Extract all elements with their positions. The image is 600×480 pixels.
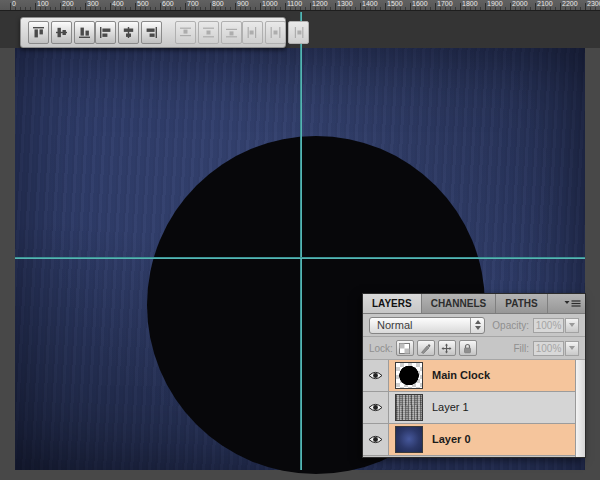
eye-icon — [368, 371, 383, 380]
horizontal-ruler[interactable]: 0100200300400500600700800900100011001200… — [0, 0, 600, 11]
layer-thumbnail[interactable] — [395, 426, 423, 453]
ruler-label: 100 — [35, 0, 49, 8]
distribute-top-edges-button[interactable] — [175, 21, 196, 44]
lock-transparency-button[interactable] — [396, 340, 414, 356]
ruler-label: 300 — [85, 0, 99, 8]
blend-mode-stepper[interactable] — [470, 318, 484, 333]
distribute-horizontal-centers-icon — [269, 26, 282, 39]
visibility-toggle[interactable] — [363, 424, 389, 455]
align-bottom-edges-button[interactable] — [74, 21, 95, 44]
tab-channels[interactable]: CHANNELS — [422, 294, 497, 313]
ruler-label: 900 — [235, 0, 249, 8]
ruler-label: 1900 — [485, 0, 503, 8]
fill-dropdown-button[interactable] — [565, 341, 579, 356]
layer-name[interactable]: Main Clock — [423, 360, 490, 391]
distribute-horizontal-centers-button[interactable] — [265, 21, 286, 44]
blend-mode-row: Normal Opacity: 100% — [363, 314, 585, 337]
opacity-value[interactable]: 100% — [533, 318, 564, 333]
ruler-label: 1000 — [260, 0, 278, 8]
ruler-label: 1400 — [360, 0, 378, 8]
layer-thumbnail[interactable] — [395, 394, 423, 421]
layer-row-layer-1[interactable]: Layer 1 — [363, 392, 575, 424]
eye-icon — [368, 435, 383, 444]
distribute-top-edges-icon — [179, 26, 192, 39]
blend-mode-value: Normal — [370, 319, 470, 331]
horizontal-guide[interactable] — [15, 257, 585, 259]
lock-transparency-icon — [399, 343, 410, 354]
fill-value[interactable]: 100% — [533, 341, 564, 356]
lock-row: Lock: Fill: — [363, 337, 585, 360]
layer-thumbnail[interactable] — [395, 362, 423, 389]
layer-row-layer-0[interactable]: Layer 0 — [363, 424, 575, 456]
lock-position-button[interactable] — [438, 340, 456, 356]
ruler-label: 700 — [185, 0, 199, 8]
panel-tabbar: LAYERS CHANNELS PATHS — [363, 294, 585, 314]
ruler-label: 400 — [110, 0, 124, 8]
lock-all-icon — [462, 343, 473, 354]
align-horizontal-centers-icon — [122, 26, 135, 39]
align-vertical-centers-icon — [55, 26, 68, 39]
align-bottom-edges-icon — [78, 26, 91, 39]
ruler-label: 200 — [60, 0, 74, 8]
layer-name[interactable]: Layer 0 — [423, 424, 471, 455]
align-right-edges-icon — [145, 26, 158, 39]
visibility-toggle[interactable] — [363, 360, 389, 391]
vertical-guide[interactable] — [300, 12, 302, 470]
distribute-vertical-centers-icon — [202, 26, 215, 39]
align-horizontal-centers-button[interactable] — [118, 21, 139, 44]
align-left-edges-icon — [99, 26, 112, 39]
distribute-bottom-edges-icon — [225, 26, 238, 39]
ruler-label: 2100 — [535, 0, 553, 8]
tab-paths[interactable]: PATHS — [496, 294, 547, 313]
ruler-label: 2200 — [560, 0, 578, 8]
panel-menu-icon — [564, 299, 581, 308]
layer-list-scrollbar[interactable] — [575, 360, 585, 457]
ruler-label: 2300 — [585, 0, 600, 8]
lock-pixels-button[interactable] — [417, 340, 435, 356]
chevron-down-icon — [569, 323, 575, 327]
layer-list: Main Clock Layer 1 Layer 0 — [363, 360, 585, 457]
ruler-label: 1100 — [285, 0, 302, 8]
distribute-vertical-centers-button[interactable] — [198, 21, 219, 44]
ruler-label: 0 — [10, 0, 16, 8]
distribute-left-edges-icon — [246, 26, 259, 39]
ruler-label: 1200 — [310, 0, 328, 8]
lock-position-icon — [441, 343, 452, 354]
blend-mode-select[interactable]: Normal — [369, 317, 485, 334]
ruler-label: 1600 — [410, 0, 428, 8]
fill-label: Fill: — [513, 343, 529, 354]
distribute-right-edges-icon — [292, 26, 305, 39]
opacity-dropdown-button[interactable] — [565, 318, 579, 333]
ruler-label: 1300 — [335, 0, 353, 8]
align-vertical-centers-button[interactable] — [51, 21, 72, 44]
align-top-edges-icon — [32, 26, 45, 39]
lock-label: Lock: — [369, 343, 393, 354]
layers-panel: LAYERS CHANNELS PATHS Normal Opacity: 10… — [362, 293, 586, 458]
distribute-right-edges-button[interactable] — [288, 21, 309, 44]
tab-layers[interactable]: LAYERS — [363, 294, 422, 313]
align-left-edges-button[interactable] — [95, 21, 116, 44]
alignment-toolbar — [20, 17, 286, 48]
eye-icon — [368, 403, 383, 412]
opacity-label: Opacity: — [492, 320, 529, 331]
lock-all-button[interactable] — [459, 340, 477, 356]
ruler-label: 2000 — [510, 0, 528, 8]
ruler-label: 1700 — [435, 0, 453, 8]
layer-name[interactable]: Layer 1 — [423, 392, 469, 423]
ruler-label: 600 — [160, 0, 174, 8]
lock-pixels-icon — [420, 343, 431, 354]
align-top-edges-button[interactable] — [28, 21, 49, 44]
ruler-label: 1800 — [460, 0, 478, 8]
ruler-label: 500 — [135, 0, 149, 8]
align-right-edges-button[interactable] — [141, 21, 162, 44]
chevron-down-icon — [569, 346, 575, 350]
layer-row-main-clock[interactable]: Main Clock — [363, 360, 575, 392]
distribute-left-edges-button[interactable] — [242, 21, 263, 44]
ruler-label: 800 — [210, 0, 224, 8]
panel-menu-button[interactable] — [559, 294, 585, 313]
visibility-toggle[interactable] — [363, 392, 389, 423]
ruler-label: 1500 — [385, 0, 403, 8]
distribute-bottom-edges-button[interactable] — [221, 21, 242, 44]
